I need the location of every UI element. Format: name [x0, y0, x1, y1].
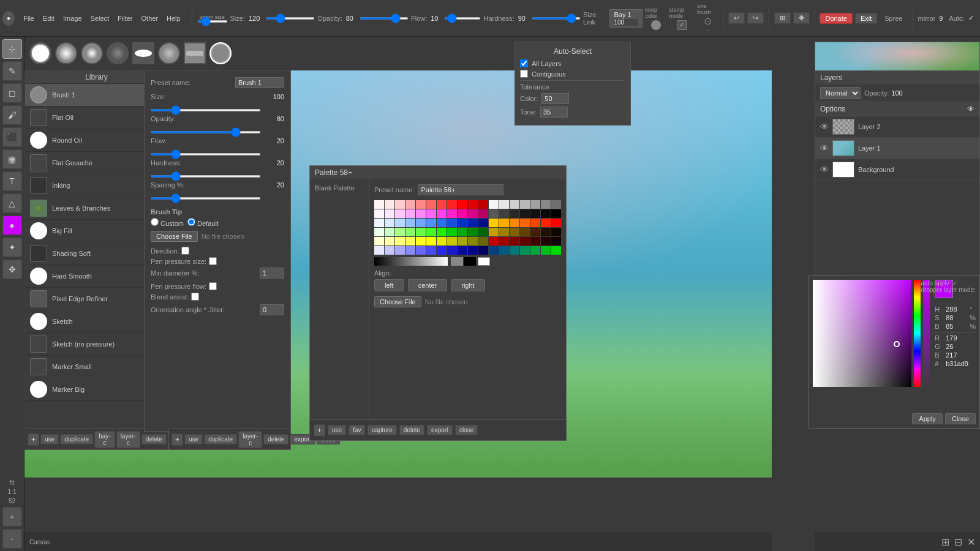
cp-apply-btn[interactable]: Apply [912, 413, 943, 424]
color-cell[interactable] [426, 228, 436, 236]
brush-preset-1[interactable] [29, 42, 51, 64]
gradient-bw-cell[interactable] [374, 257, 448, 266]
color-cell[interactable] [551, 200, 561, 209]
color-cell[interactable] [489, 228, 499, 236]
brush-tool-btn[interactable]: 🖌 [2, 105, 22, 125]
pal-use-btn[interactable]: use [328, 425, 346, 435]
gradient-tool-btn[interactable]: ▦ [2, 149, 22, 169]
fill-tool-btn[interactable]: ⬛ [2, 127, 22, 147]
layer-2-visibility[interactable]: 👁 [820, 122, 829, 132]
color-cell[interactable] [374, 209, 384, 218]
color-cell[interactable] [499, 246, 509, 255]
select-tool-btn[interactable]: ⊹ [2, 39, 22, 59]
brush-preset-5[interactable] [132, 42, 154, 64]
color-cell[interactable] [530, 200, 540, 209]
color-cell[interactable] [374, 237, 384, 246]
color-cell[interactable] [530, 228, 540, 236]
color-cell[interactable] [437, 209, 447, 218]
color-cell[interactable] [510, 200, 519, 209]
color-cell[interactable] [395, 209, 405, 218]
color-cell[interactable] [374, 219, 384, 227]
color-cell[interactable] [510, 228, 519, 236]
color-cell[interactable] [458, 209, 467, 218]
fit-btn[interactable]: fit [10, 479, 15, 486]
color-cell[interactable] [405, 237, 415, 246]
color-cell[interactable] [447, 209, 457, 218]
color-cell[interactable] [489, 209, 499, 218]
all-layers-checkbox[interactable] [520, 59, 528, 67]
shape-tool-btn[interactable]: △ [2, 193, 22, 213]
move-btn[interactable]: ✥ [793, 12, 810, 24]
color-cell[interactable] [416, 237, 426, 246]
color-cell[interactable] [468, 237, 478, 246]
color-cell[interactable] [426, 246, 436, 255]
new-layer-icon[interactable]: ⊞ [941, 536, 949, 548]
menu-filter[interactable]: Filter [114, 13, 136, 23]
color-cell[interactable] [405, 246, 415, 255]
color-cell[interactable] [458, 200, 467, 209]
color-cell[interactable] [458, 246, 467, 255]
color-cell[interactable] [426, 209, 436, 218]
hardness-slider[interactable] [532, 17, 581, 20]
bs-opacity-slider[interactable] [151, 131, 261, 133]
color-cell[interactable] [478, 246, 488, 255]
color-input[interactable] [541, 93, 569, 104]
color-cell[interactable] [416, 200, 426, 209]
bs-size-slider[interactable] [151, 109, 261, 111]
color-cell[interactable] [468, 209, 478, 218]
delete-layer-icon[interactable]: ✕ [967, 536, 975, 548]
color-cell[interactable] [520, 219, 530, 227]
stamp-mode-btn[interactable]: stamp mode ✓ [669, 7, 695, 30]
text-tool-btn[interactable]: T [2, 171, 22, 191]
lib-add-btn[interactable]: + [28, 433, 39, 446]
lib-bay-c-btn[interactable]: bay-c [94, 431, 115, 448]
color-cell[interactable] [374, 228, 384, 236]
color-cell[interactable] [437, 200, 447, 209]
color-cell[interactable] [416, 209, 426, 218]
pal-fav-btn[interactable]: fav [349, 425, 365, 435]
menu-other[interactable]: Other [138, 13, 162, 23]
bg-visibility[interactable]: 👁 [820, 165, 829, 174]
layer-row-bg[interactable]: 👁 Background [815, 159, 979, 181]
contiguous-checkbox[interactable] [520, 70, 528, 78]
brush-preset-2[interactable] [55, 42, 77, 64]
color-cell[interactable] [541, 228, 551, 236]
exit-btn[interactable]: Exit [855, 13, 877, 24]
color-cell[interactable] [499, 209, 509, 218]
color-cell[interactable] [385, 237, 394, 246]
color-cell[interactable] [468, 200, 478, 209]
color-cell[interactable] [468, 228, 478, 236]
keep-color-btn[interactable]: keep color [645, 7, 666, 30]
color-cell[interactable] [385, 246, 394, 255]
color-cell[interactable] [489, 246, 499, 255]
color-cell[interactable] [541, 237, 551, 246]
color-cell[interactable] [541, 246, 551, 255]
pal-preset-input[interactable] [418, 184, 503, 195]
lib-duplicate-btn[interactable]: duplicate [60, 434, 93, 444]
flow-slider[interactable] [444, 17, 481, 20]
cp-close-btn[interactable]: Close [945, 413, 976, 424]
gray-cell[interactable] [451, 257, 463, 266]
color-cell[interactable] [478, 200, 488, 209]
color-cell[interactable] [395, 228, 405, 236]
color-cell[interactable] [395, 246, 405, 255]
color-cell[interactable] [530, 237, 540, 246]
visibility-icon[interactable]: 👁 [967, 105, 974, 113]
color-cell[interactable] [395, 237, 405, 246]
align-left-btn[interactable]: left [374, 279, 404, 291]
menu-image[interactable]: Image [59, 13, 86, 23]
lib-layer-c-btn[interactable]: layer-c [116, 431, 140, 448]
bs-use-btn[interactable]: use [184, 434, 203, 444]
color-cell[interactable] [510, 246, 519, 255]
color-cell[interactable] [405, 219, 415, 227]
pal-close-btn[interactable]: close [455, 425, 478, 435]
color-cell[interactable] [385, 228, 394, 236]
menu-select[interactable]: Select [87, 13, 113, 23]
pal-delete-btn[interactable]: delete [399, 425, 424, 435]
tone-input[interactable] [540, 107, 568, 118]
pen-pressure-size-checkbox[interactable] [209, 257, 217, 265]
black-cell[interactable] [464, 257, 476, 266]
1-1-btn[interactable]: 1:1 [8, 489, 17, 495]
zoom-slider[interactable] [197, 20, 228, 23]
bs-hardness-slider[interactable] [151, 175, 261, 178]
